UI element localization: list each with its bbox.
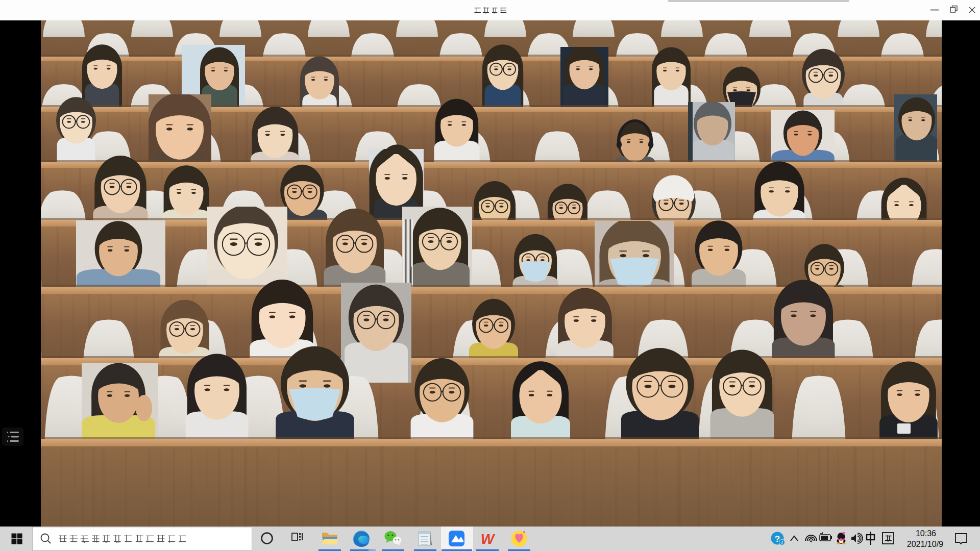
svg-text:10:36: 10:36 [916,529,936,538]
svg-text:W: W [481,531,496,547]
svg-text:2021/10/9: 2021/10/9 [907,540,943,548]
